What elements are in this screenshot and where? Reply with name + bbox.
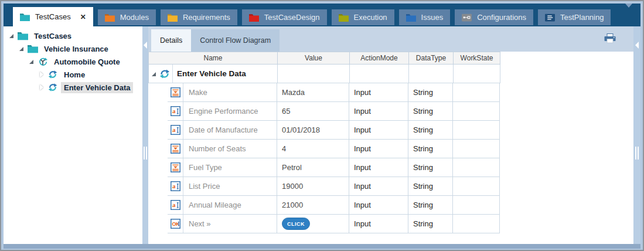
- value-cell[interactable]: 4: [277, 140, 349, 158]
- tree-item-vehicle-insurance[interactable]: Vehicle Insurance: [4, 42, 142, 55]
- row-icon-cell: [168, 121, 183, 139]
- expander-expanded-icon[interactable]: [8, 32, 15, 39]
- collapse-right-panel-icon[interactable]: [635, 42, 639, 49]
- actionmode-cell[interactable]: Input: [349, 158, 408, 177]
- right-splitter[interactable]: [633, 26, 640, 244]
- main-tab-configurations[interactable]: Configurations: [455, 9, 533, 25]
- column-header-actionmode[interactable]: ActionMode: [350, 52, 409, 65]
- datatype-cell[interactable]: String: [408, 177, 453, 196]
- workstate-cell[interactable]: [453, 177, 500, 196]
- close-tab-icon[interactable]: ✕: [80, 13, 86, 21]
- datatype-cell[interactable]: String: [408, 158, 453, 177]
- select-icon: [171, 144, 180, 154]
- main-tab-modules[interactable]: Modules: [98, 9, 156, 25]
- teststep-grid-area: NameValueActionModeDataTypeWorkStateEnte…: [148, 52, 633, 244]
- main-tab-testcasedesign[interactable]: TestCaseDesign: [242, 9, 327, 25]
- actionmode-cell[interactable]: Input: [349, 177, 408, 196]
- workstate-cell[interactable]: [453, 215, 500, 233]
- table-row[interactable]: Engine Performance65InputString: [148, 102, 500, 121]
- expander-collapsed-icon[interactable]: [38, 84, 45, 91]
- name-cell: Fuel Type: [168, 158, 277, 177]
- main-tab-label: TestPlanning: [560, 13, 604, 22]
- left-splitter[interactable]: [142, 26, 148, 244]
- workstate-cell[interactable]: [453, 196, 500, 215]
- workstate-cell[interactable]: [453, 83, 500, 102]
- table-row[interactable]: List Price19000InputString: [148, 177, 500, 196]
- tree-item-testcases[interactable]: TestCases: [4, 29, 142, 42]
- main-tab-label: TestCaseDesign: [264, 13, 320, 22]
- actionmode-cell[interactable]: Input: [349, 140, 408, 158]
- main-tab-issues[interactable]: Issues: [399, 9, 451, 25]
- main-tab-testcases[interactable]: TestCases✕: [13, 7, 93, 26]
- expander-collapsed-icon[interactable]: [38, 71, 45, 78]
- row-indent: [148, 83, 168, 102]
- horizontal-scrollbar[interactable]: [4, 244, 640, 249]
- main-tab-requirements[interactable]: Requirements: [161, 9, 237, 25]
- click-button[interactable]: CLICK: [282, 218, 310, 230]
- text-icon: [171, 181, 180, 191]
- workstate-cell[interactable]: [453, 158, 500, 177]
- tree-item-label: Home: [61, 69, 88, 80]
- actionmode-cell[interactable]: Input: [349, 121, 408, 140]
- row-value-label: 4: [282, 144, 286, 153]
- tree-item-enter-vehicle-data[interactable]: Enter Vehicle Data: [4, 81, 142, 94]
- folder-icon: [406, 13, 416, 22]
- column-header-name[interactable]: Name: [149, 52, 278, 65]
- actionmode-cell[interactable]: Input: [349, 102, 408, 121]
- value-cell[interactable]: 65: [277, 102, 349, 121]
- value-cell[interactable]: 01/01/2018: [277, 121, 349, 140]
- datatype-cell[interactable]: String: [408, 83, 453, 102]
- tree-item-automobile-quote[interactable]: Automobile Quote: [4, 55, 142, 68]
- table-row[interactable]: Number of Seats4InputString: [148, 140, 500, 158]
- workstate-cell[interactable]: [453, 102, 500, 121]
- main-tab-label: Requirements: [183, 13, 230, 22]
- detail-pane: Details Control Flow Diagram NameValueAc…: [148, 26, 633, 244]
- table-row[interactable]: Next »CLICKInputString: [148, 215, 500, 233]
- row-indent: [148, 177, 168, 196]
- tab-overflow-button[interactable]: [625, 8, 632, 18]
- tree-item-label: Automobile Quote: [51, 56, 123, 67]
- folder-icon: [28, 44, 38, 53]
- column-header-value[interactable]: Value: [278, 52, 350, 65]
- row-indent: [148, 158, 168, 177]
- value-cell[interactable]: 21000: [277, 196, 349, 215]
- actionmode-cell[interactable]: Input: [349, 83, 408, 102]
- column-header-datatype[interactable]: DataType: [409, 52, 454, 65]
- expander-expanded-icon[interactable]: [28, 58, 35, 65]
- actionmode-cell[interactable]: Input: [349, 196, 408, 215]
- teststep-icon: [47, 70, 58, 79]
- tab-details[interactable]: Details: [151, 29, 191, 52]
- expander-expanded-icon[interactable]: [18, 45, 25, 52]
- main-tab-execution[interactable]: Execution: [332, 9, 394, 25]
- value-cell[interactable]: Petrol: [277, 158, 349, 177]
- row-indent: [148, 102, 168, 121]
- tab-control-flow-diagram[interactable]: Control Flow Diagram: [191, 29, 280, 52]
- table-row[interactable]: Fuel TypePetrolInputString: [148, 158, 500, 177]
- chevron-down-icon: [625, 4, 632, 18]
- datatype-cell[interactable]: String: [408, 140, 453, 158]
- grid-row-parent[interactable]: Enter Vehicle Data: [148, 65, 500, 83]
- collapse-left-panel-icon[interactable]: [144, 42, 147, 49]
- folder-icon: [105, 13, 115, 22]
- datatype-cell[interactable]: String: [408, 215, 453, 233]
- splitter-grip: [635, 147, 639, 160]
- detail-tab-bar: Details Control Flow Diagram: [148, 26, 633, 52]
- expander-expanded-icon[interactable]: [151, 70, 158, 77]
- main-tab-testplanning[interactable]: TestPlanning: [538, 9, 611, 25]
- column-header-workstate[interactable]: WorkState: [454, 52, 500, 65]
- datatype-cell[interactable]: String: [408, 196, 453, 215]
- datatype-cell[interactable]: String: [408, 102, 453, 121]
- value-cell[interactable]: CLICK: [277, 215, 349, 233]
- value-cell[interactable]: Mazda: [277, 83, 349, 102]
- tree-item-home[interactable]: Home: [4, 68, 142, 81]
- table-row[interactable]: Date of Manufacture01/01/2018InputString: [148, 121, 500, 140]
- table-row[interactable]: Annual Mileage21000InputString: [148, 196, 500, 215]
- actionmode-cell[interactable]: Input: [349, 215, 408, 233]
- datatype-cell[interactable]: String: [408, 121, 453, 140]
- value-cell[interactable]: 19000: [277, 177, 349, 196]
- printer-icon[interactable]: [603, 32, 617, 46]
- folder-icon: [339, 13, 349, 22]
- table-row[interactable]: MakeMazdaInputString: [148, 83, 500, 102]
- workstate-cell[interactable]: [453, 121, 500, 140]
- workstate-cell[interactable]: [453, 140, 500, 158]
